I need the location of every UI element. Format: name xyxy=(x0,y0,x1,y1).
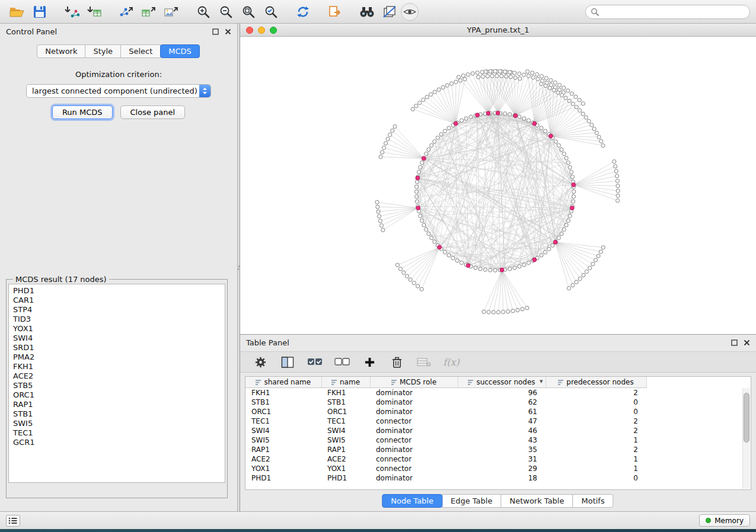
mcds-result-item[interactable]: SWI5 xyxy=(11,419,225,428)
float-table-panel-icon[interactable] xyxy=(731,339,738,346)
memory-button[interactable]: Memory xyxy=(699,514,750,527)
window-zoom-traffic-light[interactable] xyxy=(270,27,277,34)
table-row[interactable]: TEC1TEC1connector472 xyxy=(245,416,646,426)
table-row[interactable]: ORC1ORC1dominator610 xyxy=(245,407,646,416)
node-table-header-row: shared namenameMCDS rolesuccessor nodes▾… xyxy=(245,377,646,387)
mcds-result-item[interactable]: RAP1 xyxy=(11,400,225,409)
export-network-button[interactable] xyxy=(115,2,138,21)
tab-edge-table[interactable]: Edge Table xyxy=(442,494,501,508)
deselect-all-rows-button[interactable] xyxy=(333,354,352,370)
cell-successor_nodes: 47 xyxy=(458,416,546,426)
cell-shared_name: ACE2 xyxy=(245,454,321,464)
mcds-result-item[interactable]: PMA2 xyxy=(11,352,225,362)
mcds-result-item[interactable]: ACE2 xyxy=(11,371,225,381)
cell-name: YOX1 xyxy=(321,464,370,473)
mcds-result-item[interactable]: ORC1 xyxy=(11,390,225,400)
table-row[interactable]: YOX1YOX1connector291 xyxy=(245,464,646,473)
cell-mcds_role: dominator xyxy=(370,426,458,435)
network-graph[interactable] xyxy=(240,37,756,334)
panels-menu-button[interactable] xyxy=(6,515,20,527)
column-header-shared-name[interactable]: shared name xyxy=(245,377,321,387)
table-settings-button[interactable] xyxy=(251,354,270,370)
cell-successor_nodes: 61 xyxy=(458,407,546,416)
import-table-button[interactable] xyxy=(83,2,106,21)
mcds-result-item[interactable]: YOX1 xyxy=(11,324,225,334)
tab-network-table[interactable]: Network Table xyxy=(500,494,573,508)
cell-successor_nodes: 31 xyxy=(458,454,546,464)
mcds-result-item[interactable]: TID3 xyxy=(11,315,225,324)
export-table-button[interactable] xyxy=(138,2,160,21)
mcds-result-item[interactable]: TEC1 xyxy=(11,428,225,438)
mcds-result-item[interactable]: STB5 xyxy=(11,381,225,390)
cell-name: FKH1 xyxy=(321,387,370,398)
delete-table-icon xyxy=(417,357,431,367)
mcds-result-item[interactable]: STB1 xyxy=(11,409,225,419)
run-mcds-button[interactable]: Run MCDS xyxy=(52,105,113,119)
table-row[interactable]: SWI4SWI4dominator462 xyxy=(245,426,646,435)
criterion-dropdown[interactable]: largest connected component (undirected) xyxy=(26,84,211,98)
clone-network-button[interactable] xyxy=(324,2,346,21)
cell-successor_nodes: 62 xyxy=(458,398,546,407)
mcds-result-item[interactable]: GCR1 xyxy=(11,438,225,447)
table-row[interactable]: PHD1PHD1dominator180 xyxy=(245,473,646,483)
table-scrollbar-track[interactable] xyxy=(742,388,750,489)
show-hide-graphics-button[interactable] xyxy=(401,3,419,21)
memory-label: Memory xyxy=(714,517,744,525)
mcds-result-item[interactable]: PHD1 xyxy=(11,286,225,296)
table-row[interactable]: ACE2ACE2connector311 xyxy=(245,454,646,464)
cell-mcds_role: connector xyxy=(370,435,458,445)
tab-mcds[interactable]: MCDS xyxy=(160,44,200,58)
table-row[interactable]: STB1STB1dominator620 xyxy=(245,398,646,407)
mcds-result-item[interactable]: FKH1 xyxy=(11,362,225,371)
close-table-panel-icon[interactable] xyxy=(744,339,750,346)
close-panel-icon[interactable] xyxy=(225,28,231,35)
mcds-result-item[interactable]: SWI4 xyxy=(11,334,225,343)
table-row[interactable]: FKH1FKH1dominator962 xyxy=(245,387,646,398)
export-image-button[interactable] xyxy=(160,2,183,21)
mcds-result-item[interactable]: SRD1 xyxy=(11,343,225,352)
node-table-body: FKH1FKH1dominator962STB1STB1dominator620… xyxy=(245,387,646,483)
status-bar: Memory xyxy=(0,511,756,529)
network-view-titlebar[interactable]: YPA_prune.txt_1 xyxy=(240,24,756,37)
optimization-criterion-label: Optimization criterion: xyxy=(0,70,237,79)
tab-node-table[interactable]: Node Table xyxy=(382,494,442,508)
mcds-result-item[interactable]: CAR1 xyxy=(11,296,225,305)
function-builder-button[interactable]: f(x) xyxy=(442,354,461,370)
table-scrollbar-thumb[interactable] xyxy=(744,393,749,443)
show-columns-button[interactable] xyxy=(278,354,297,370)
column-header-name[interactable]: name xyxy=(321,377,370,387)
column-header-successor-nodes[interactable]: successor nodes▾ xyxy=(458,377,546,387)
tab-style[interactable]: Style xyxy=(85,44,121,58)
import-network-button[interactable] xyxy=(60,2,83,21)
export-table-icon xyxy=(141,5,157,18)
zoom-out-button[interactable] xyxy=(215,2,237,21)
delete-column-button[interactable] xyxy=(387,354,406,370)
tab-motifs[interactable]: Motifs xyxy=(572,494,613,508)
window-close-traffic-light[interactable] xyxy=(246,27,253,34)
zoom-fit-button[interactable] xyxy=(237,2,260,21)
window-minimize-traffic-light[interactable] xyxy=(258,27,265,34)
tab-select[interactable]: Select xyxy=(120,44,161,58)
zoom-in-button[interactable] xyxy=(192,2,215,21)
toolbar-search-input[interactable] xyxy=(602,7,745,16)
cell-successor_nodes: 96 xyxy=(458,387,546,398)
float-panel-icon[interactable] xyxy=(212,28,219,35)
open-session-button[interactable] xyxy=(6,2,28,21)
add-column-button[interactable] xyxy=(360,354,379,370)
mcds-result-item[interactable]: STP4 xyxy=(11,305,225,315)
select-all-rows-button[interactable] xyxy=(305,354,324,370)
delete-table-button[interactable] xyxy=(414,354,433,370)
save-session-button[interactable] xyxy=(28,2,51,21)
find-button[interactable] xyxy=(356,2,378,21)
zoom-out-icon xyxy=(219,5,233,19)
column-header-predecessor-nodes[interactable]: predecessor nodes xyxy=(546,377,646,387)
refresh-view-button[interactable] xyxy=(292,2,314,21)
table-row[interactable]: SWI5SWI5connector431 xyxy=(245,435,646,445)
tab-network[interactable]: Network xyxy=(37,44,85,58)
import-network-icon xyxy=(64,5,79,18)
graphics-details-button[interactable] xyxy=(378,2,401,21)
close-panel-button[interactable]: Close panel xyxy=(120,105,186,119)
zoom-selected-button[interactable] xyxy=(260,2,282,21)
column-header-MCDS-role[interactable]: MCDS role xyxy=(370,377,458,387)
table-row[interactable]: RAP1RAP1dominator352 xyxy=(245,445,646,454)
